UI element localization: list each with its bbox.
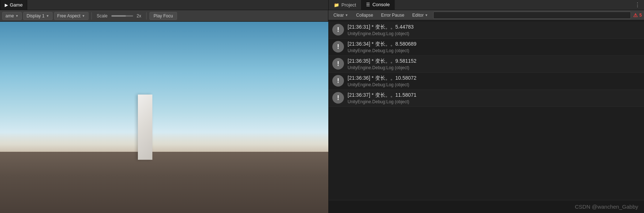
collapse-button[interactable]: Collapse <box>353 11 376 19</box>
log-entry[interactable]: ! [21:36:35] * 变长。。9.581152 UnityEngine.… <box>329 56 644 73</box>
log-main-text: [21:36:34] * 变长。。8.580689 <box>348 41 417 47</box>
log-main-text: [21:36:35] * 变长。。9.581152 <box>348 58 417 64</box>
console-log-list[interactable]: ! [21:36:31] * 变长。。5.44783 UnityEngine.D… <box>329 22 644 200</box>
game-name-arrow: ▼ <box>15 14 19 18</box>
error-pause-label: Error Pause <box>381 13 404 18</box>
log-text-block: [21:36:35] * 变长。。9.581152 UnityEngine.De… <box>348 58 417 70</box>
log-warning-icon: ! <box>332 58 344 70</box>
log-entry[interactable]: ! [21:36:34] * 变长。。8.580689 UnityEngine.… <box>329 39 644 56</box>
separator-2 <box>146 12 147 20</box>
sky-bg <box>0 22 328 152</box>
play-focus-button[interactable]: Play Focu <box>149 12 177 20</box>
log-entry[interactable]: ! [21:36:37] * 变长。。11.58071 UnityEngine.… <box>329 90 644 107</box>
three-dots-icon: ⋮ <box>635 2 640 8</box>
log-text-block: [21:36:37] * 变长。。11.58071 UnityEngine.De… <box>348 92 417 104</box>
game-name-label: ame <box>5 13 14 18</box>
scale-prefix-label: Scale <box>95 13 110 18</box>
log-text-block: [21:36:36] * 变长。。10.58072 UnityEngine.De… <box>348 75 417 87</box>
display-label: Display 1 <box>26 13 44 18</box>
editor-dropdown-arrow: ▼ <box>425 13 428 17</box>
error-icon: ⚠ <box>633 12 638 18</box>
game-name-dropdown[interactable]: ame ▼ <box>2 12 22 20</box>
display-dropdown[interactable]: Display 1 ▼ <box>23 12 52 20</box>
panel-options-button[interactable]: ⋮ <box>631 1 644 8</box>
game-icon: ▶ <box>5 3 8 8</box>
log-sub-text: UnityEngine.Debug:Log (object) <box>348 99 417 104</box>
log-warning-icon: ! <box>332 41 344 53</box>
clear-dropdown-arrow: ▼ <box>345 13 348 17</box>
aspect-arrow: ▼ <box>82 14 85 18</box>
tab-console-label: Console <box>372 2 390 7</box>
folder-icon: 📁 <box>334 3 339 8</box>
log-entry[interactable]: ! [21:36:36] * 变长。。10.58072 UnityEngine.… <box>329 73 644 90</box>
error-count-label: 5 <box>639 13 642 18</box>
collapse-label: Collapse <box>356 13 373 18</box>
log-warning-icon: ! <box>332 92 344 104</box>
scale-value-label: 2x <box>135 13 144 18</box>
watermark-text: CSDN @wanchen_Gabby <box>575 204 638 210</box>
log-text-block: [21:36:34] * 变长。。8.580689 UnityEngine.De… <box>348 41 417 53</box>
log-warning-icon: ! <box>332 75 344 87</box>
tab-game-label: Game <box>10 2 22 8</box>
tab-console[interactable]: ☰ Console <box>361 0 395 10</box>
ground-bg <box>0 152 328 213</box>
editor-label: Editor <box>412 13 423 18</box>
console-panel: ! [21:36:31] * 变长。。5.44783 UnityEngine.D… <box>328 22 644 213</box>
log-text-block: [21:36:31] * 变长。。5.44783 UnityEngine.Deb… <box>348 24 414 36</box>
log-sub-text: UnityEngine.Debug:Log (object) <box>348 48 417 53</box>
log-main-text: [21:36:37] * 变长。。11.58071 <box>348 92 417 99</box>
console-icon: ☰ <box>366 2 370 7</box>
tab-game[interactable]: ▶ Game <box>0 0 27 10</box>
error-count-badge: ⚠ 5 <box>633 12 642 18</box>
editor-dropdown[interactable]: Editor ▼ <box>409 11 431 19</box>
log-sub-text: UnityEngine.Debug:Log (object) <box>348 82 417 87</box>
play-focus-label: Play Focu <box>153 13 173 18</box>
scale-slider[interactable] <box>111 15 133 17</box>
display-arrow: ▼ <box>46 14 49 18</box>
tab-project-label: Project <box>341 2 356 8</box>
log-main-text: [21:36:36] * 变长。。10.58072 <box>348 75 417 82</box>
log-sub-text: UnityEngine.Debug:Log (object) <box>348 65 417 70</box>
clear-button[interactable]: Clear ▼ <box>331 11 351 19</box>
separator-1 <box>91 12 92 20</box>
watermark-bar: CSDN @wanchen_Gabby <box>329 200 644 213</box>
game-viewport <box>0 22 328 213</box>
log-sub-text: UnityEngine.Debug:Log (object) <box>348 31 414 36</box>
log-main-text: [21:36:31] * 变长。。5.44783 <box>348 24 414 30</box>
log-entry[interactable]: ! [21:36:31] * 变长。。5.44783 UnityEngine.D… <box>329 22 644 39</box>
monolith-object <box>138 95 152 160</box>
aspect-dropdown[interactable]: Free Aspect ▼ <box>54 12 89 20</box>
aspect-label: Free Aspect <box>57 13 81 18</box>
scale-slider-fill <box>111 15 126 17</box>
clear-label: Clear <box>333 13 344 18</box>
log-warning-icon: ! <box>332 24 344 36</box>
tab-project[interactable]: 📁 Project <box>329 0 361 10</box>
error-pause-button[interactable]: Error Pause <box>378 11 407 19</box>
console-search-input[interactable] <box>433 12 631 19</box>
